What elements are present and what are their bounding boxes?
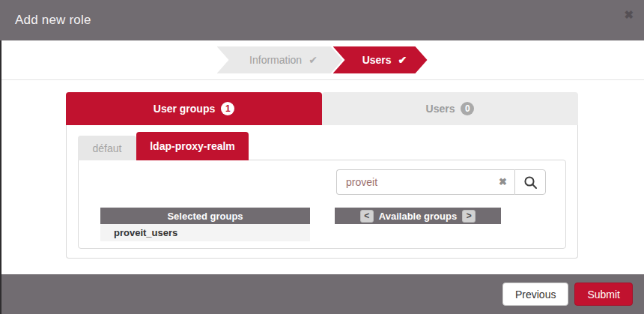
search-button[interactable]	[514, 169, 546, 195]
check-icon: ✔	[398, 54, 407, 66]
close-icon[interactable]: ✖	[624, 9, 634, 20]
wizard-stepper: Information ✔ Users ✔	[0, 40, 644, 80]
check-icon: ✔	[309, 54, 318, 66]
users-count-badge: 0	[461, 102, 474, 115]
search-icon	[523, 175, 538, 190]
search-input[interactable]	[336, 169, 514, 195]
add-role-modal: Add new role ✖ Information ✔ Users ✔ Use…	[0, 0, 644, 314]
realm-tab-ldap-proxy-realm[interactable]: ldap-proxy-realm	[136, 132, 249, 160]
tab-user-groups-label: User groups	[154, 103, 215, 115]
available-groups-list: < Available groups >	[335, 208, 501, 224]
available-groups-header: < Available groups >	[335, 208, 501, 224]
selected-groups-list: Selected groups proveit_users	[100, 208, 310, 241]
group-name: proveit_users	[114, 227, 177, 238]
previous-button[interactable]: Previous	[502, 283, 568, 306]
available-groups-header-label: Available groups	[379, 211, 457, 222]
submit-button[interactable]: Submit	[574, 283, 633, 306]
group-search: ✖	[336, 169, 546, 195]
search-box: ✖	[336, 169, 514, 195]
realm-content-panel: ✖ Selected groups proveit_users < Availa…	[78, 160, 566, 249]
selected-groups-header-label: Selected groups	[167, 211, 243, 222]
main-tabs: User groups 1 Users 0	[66, 92, 578, 125]
selected-groups-header: Selected groups	[100, 208, 310, 224]
step-information-label: Information	[249, 54, 302, 66]
user-groups-count-badge: 1	[221, 102, 234, 115]
clear-search-icon[interactable]: ✖	[499, 176, 507, 187]
step-users[interactable]: Users ✔	[333, 46, 428, 73]
modal-footer: Previous Submit	[0, 274, 644, 314]
modal-header: Add new role ✖	[0, 0, 644, 40]
tab-users[interactable]: Users 0	[322, 92, 578, 125]
overlay-edge	[0, 40, 1, 314]
step-information[interactable]: Information ✔	[217, 46, 343, 73]
realm-tab-defaut-label: défaut	[93, 142, 122, 154]
list-item[interactable]: proveit_users	[100, 224, 310, 241]
move-right-button[interactable]: >	[462, 210, 476, 223]
tab-user-groups[interactable]: User groups 1	[66, 92, 322, 125]
modal-title: Add new role	[15, 13, 91, 28]
realm-tab-defaut[interactable]: défaut	[78, 136, 136, 160]
realm-tab-ldap-label: ldap-proxy-realm	[150, 140, 235, 152]
move-left-button[interactable]: <	[360, 210, 374, 223]
step-users-label: Users	[362, 54, 392, 66]
tab-users-label: Users	[426, 103, 455, 115]
